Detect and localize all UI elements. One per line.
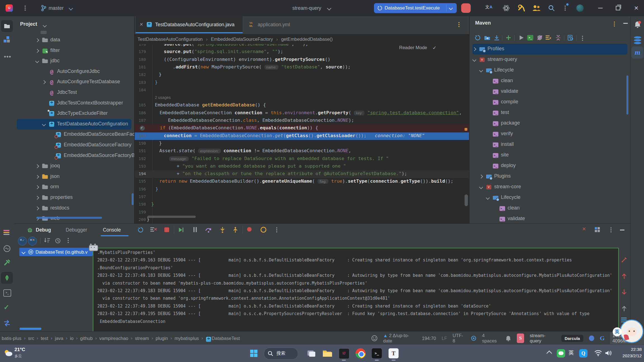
tree-chevron-icon[interactable] — [486, 196, 490, 200]
volume-icon[interactable] — [605, 350, 612, 356]
tree-item-package[interactable]: package — [470, 118, 630, 129]
indent-setting[interactable]: 4 spaces — [482, 333, 500, 344]
branch-name[interactable]: master — [49, 0, 63, 16]
wechat-tray-icon[interactable] — [557, 349, 565, 358]
project-horizontal-scrollbar[interactable] — [36, 217, 102, 219]
debug-kebab-icon[interactable] — [276, 229, 277, 230]
status-crumb-io[interactable]: io — [70, 336, 74, 341]
tab-debugger[interactable]: Debugger — [66, 224, 87, 236]
code-editor[interactable]: 178source.put("spring.datasource.schema-… — [135, 44, 469, 224]
step-over-icon[interactable] — [205, 227, 212, 233]
tree-chevron-icon[interactable] — [42, 122, 46, 126]
reader-mode-label[interactable]: Reader Mode — [399, 45, 427, 50]
breadcrumb-inner-class[interactable]: EmbeddedDataSourceFactory — [211, 37, 273, 42]
file-explorer-button[interactable] — [322, 348, 332, 358]
console-output[interactable]: .MybatisPlusProperties'2023-02-12 22:37:… — [93, 248, 619, 332]
status-crumb-vampireachao[interactable]: vampireachao — [99, 336, 128, 341]
project-vertical-scrollbar[interactable] — [132, 193, 134, 205]
qq-tray-icon[interactable]: Q — [579, 349, 588, 358]
chrome-taskbar-button[interactable] — [356, 348, 366, 358]
terminal-tool-button[interactable]: >_ — [3, 289, 11, 297]
status-crumb-stream[interactable]: stream — [135, 336, 149, 341]
tools-icon[interactable] — [518, 4, 525, 12]
tree-chevron-icon[interactable] — [35, 185, 39, 189]
maven-vertical-scrollbar[interactable] — [626, 75, 628, 115]
code-line-189[interactable]: 189connection = EmbeddedDatabaseConnecti… — [135, 132, 469, 140]
breadcrumb-method[interactable]: getEmbeddedDatabase() — [281, 37, 333, 42]
close-debug-icon[interactable]: ✕ — [582, 226, 586, 232]
tab-options-kebab-icon[interactable] — [458, 24, 460, 25]
tree-item-properties[interactable]: properties — [14, 192, 134, 203]
tree-chevron-icon[interactable] — [479, 175, 483, 178]
step-out-icon[interactable] — [233, 227, 238, 233]
status-crumb-src[interactable]: src — [28, 336, 34, 341]
tree-chevron-icon[interactable] — [35, 175, 39, 179]
users-icon[interactable] — [532, 5, 541, 11]
tree-item-stream-core[interactable]: stream-core — [470, 182, 630, 192]
step-into-icon[interactable] — [220, 227, 225, 233]
tree-item-autoconfiguretestdatabase[interactable]: @AutoConfigureTestDatabase — [14, 77, 134, 87]
search-icon[interactable] — [548, 4, 555, 12]
close-icon[interactable]: ✕ — [139, 16, 143, 33]
editor-horizontal-scrollbar[interactable] — [147, 216, 196, 218]
maven-tool-button-active[interactable]: m — [631, 46, 643, 59]
tree-item-filter[interactable]: filter — [14, 46, 134, 56]
blue-dot-icon[interactable] — [589, 335, 594, 341]
tree-chevron-icon[interactable] — [35, 49, 39, 53]
tab-testdatabaseautoconfiguration[interactable]: ✕ TestDatabaseAutoConfiguration.java — [136, 16, 243, 33]
tree-item-data[interactable]: data — [14, 35, 134, 46]
tree-item-deploy[interactable]: deploy — [470, 161, 630, 171]
status-crumb-java[interactable]: java — [55, 336, 63, 341]
console-kebab-icon[interactable] — [68, 240, 69, 241]
tree-item-lifecycle[interactable]: Lifecycle — [470, 65, 630, 76]
code-line-190[interactable]: 190} — [135, 140, 469, 147]
intellij-taskbar-button[interactable]: IJ — [339, 348, 349, 359]
commit-check-tool-button[interactable]: ✓ — [4, 303, 9, 311]
tab-application-yml[interactable]: YAML application.yml — [247, 16, 301, 33]
settings-kebab-icon[interactable] — [565, 8, 566, 9]
vcs-status[interactable]: ▲ 2 Δ/up-to-date — [383, 333, 416, 344]
tray-clock-date[interactable]: 2023/2/12 — [616, 353, 642, 358]
alarm-icon[interactable] — [505, 335, 511, 342]
tree-chevron-icon[interactable] — [35, 206, 39, 210]
stop-button[interactable] — [461, 3, 471, 13]
line-separator[interactable]: LF — [442, 336, 447, 341]
windows-start-button[interactable] — [249, 348, 259, 358]
main-menu-kebab-icon[interactable] — [25, 8, 26, 9]
tree-item-embeddeddatasourcefactorybe[interactable]: EmbeddedDataSourceFactoryBe — [14, 151, 134, 161]
tray-expand-icon[interactable] — [546, 351, 552, 356]
build-tool-button[interactable] — [3, 259, 11, 266]
user-avatar-icon[interactable] — [576, 4, 584, 12]
tree-item-orm[interactable]: orm — [14, 182, 134, 192]
status-crumb-test[interactable]: test — [41, 336, 48, 341]
tray-clock-time[interactable]: 22:38 — [616, 347, 642, 352]
show-passed-filter-button[interactable]: ≡✓ — [18, 237, 27, 246]
prev-occurrence-icon[interactable] — [622, 305, 627, 311]
tree-item-compile[interactable]: compile — [470, 97, 630, 108]
tree-chevron-icon[interactable] — [35, 59, 39, 63]
tree-item-jooq[interactable]: jooq — [14, 161, 134, 172]
tree-chevron-icon[interactable] — [472, 58, 476, 62]
status-crumb-plugin[interactable]: plugin — [156, 336, 168, 341]
project-tool-button[interactable] — [1, 20, 13, 32]
highlight-level-icon[interactable] — [471, 335, 477, 341]
tree-item-embeddeddatasourcefactory[interactable]: EmbeddedDataSourceFactory — [14, 140, 134, 151]
status-crumb-batis-plus[interactable]: batis-plus — [2, 336, 22, 341]
file-encoding[interactable]: UTF-8 — [453, 333, 465, 344]
tree-chevron-icon[interactable] — [42, 80, 46, 84]
code-inlay-row[interactable]: 2 usages — [135, 94, 469, 102]
rerun-test-icon[interactable] — [138, 227, 144, 233]
tree-item-jdbc[interactable]: jdbc — [14, 56, 134, 66]
atom-icon[interactable] — [503, 4, 510, 12]
run-configuration-widget[interactable]: DatabaseTest.testExecute — [374, 3, 457, 13]
theme-button[interactable]: Darcula — [561, 335, 583, 342]
tree-chevron-icon[interactable] — [472, 47, 476, 51]
tree-chevron-icon[interactable] — [479, 185, 483, 189]
taskbar-search[interactable]: 搜索 — [264, 348, 298, 359]
tree-chevron-icon[interactable] — [35, 38, 39, 42]
tree-item-site[interactable]: site — [470, 150, 630, 161]
tree-item-clean[interactable]: clean — [470, 76, 630, 86]
typora-taskbar-button[interactable]: T — [389, 348, 399, 358]
code-line-180[interactable]: 180((ConfigurableEnvironment) environmen… — [135, 56, 469, 64]
tree-item-testdatabaseautoconfiguration[interactable]: TestDatabaseAutoConfiguration — [17, 119, 131, 130]
